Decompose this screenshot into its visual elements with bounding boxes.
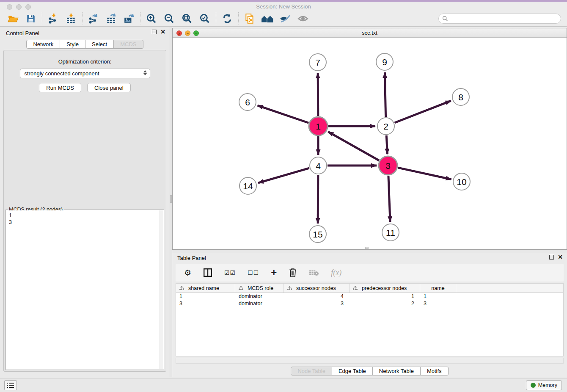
graph-edge-2-8[interactable] — [394, 101, 451, 123]
cell-mcds-role[interactable]: dominator — [235, 300, 284, 307]
table-header-row: shared name MCDS role successor nodes pr… — [176, 284, 563, 293]
cell-name[interactable]: 3 — [420, 300, 456, 307]
frame-resize-handle[interactable] — [365, 247, 369, 249]
houses-icon — [261, 13, 274, 24]
open-session-button[interactable] — [4, 12, 22, 25]
graph-edge-3-11[interactable] — [388, 176, 390, 222]
tab-select[interactable]: Select — [85, 40, 114, 49]
mcds-result-list[interactable]: 1 3 — [6, 210, 160, 369]
table-settings-button[interactable]: ⚙ — [184, 268, 191, 278]
tab-network[interactable]: Network — [26, 40, 60, 49]
graph-edge-4-15[interactable] — [318, 175, 318, 224]
tab-edge-table[interactable]: Edge Table — [332, 367, 373, 375]
graph-node-label-6: 6 — [245, 97, 250, 107]
graph-edge-2-9[interactable] — [385, 72, 385, 117]
control-panel-header: Control Panel ✕ — [0, 27, 170, 39]
hide-selected-button[interactable] — [276, 12, 294, 25]
network-view-window: x – + scc.txt 1234678910111415 — [172, 28, 567, 250]
cell-successor-nodes[interactable]: 4 — [284, 293, 350, 300]
show-columns-button[interactable] — [203, 268, 212, 277]
tab-node-table[interactable]: Node Table — [291, 367, 332, 375]
graph-node-label-4: 4 — [316, 161, 321, 171]
memory-button[interactable]: Memory — [526, 380, 562, 390]
select-all-button[interactable]: ☑☑ — [224, 269, 236, 276]
table-panel-title: Table Panel — [177, 255, 206, 261]
create-column-button[interactable]: + — [271, 268, 277, 277]
graph-edge-1-7[interactable] — [318, 73, 318, 116]
column-type-icon — [287, 286, 292, 290]
tab-mcds[interactable]: MCDS — [114, 40, 143, 49]
column-header-shared-name[interactable]: shared name — [176, 284, 235, 293]
zoom-selected-button[interactable] — [196, 12, 214, 25]
column-header-successor-nodes[interactable]: successor nodes — [284, 284, 350, 293]
column-header-name[interactable]: name — [420, 284, 456, 293]
import-network-button[interactable] — [44, 12, 62, 25]
table-row[interactable]: 1 dominator 4 1 1 — [176, 293, 563, 300]
search-field[interactable] — [438, 14, 561, 24]
column-header-predecessor-nodes[interactable]: predecessor nodes — [350, 284, 420, 293]
zoom-fit-button[interactable] — [178, 12, 196, 25]
zoom-in-button[interactable] — [143, 12, 160, 25]
close-panel-icon[interactable]: ✕ — [160, 30, 165, 34]
fx-icon: f(x) — [331, 268, 341, 277]
save-icon — [26, 14, 36, 24]
task-list-icon — [7, 382, 14, 388]
graph-edge-3-10[interactable] — [398, 168, 451, 179]
trash-icon — [289, 268, 297, 277]
network-window-titlebar[interactable]: x – + scc.txt — [173, 28, 567, 38]
cell-name[interactable]: 1 — [420, 293, 456, 300]
close-table-panel-icon[interactable]: ✕ — [558, 255, 563, 259]
cell-mcds-role[interactable]: dominator — [235, 293, 284, 300]
first-neighbors-button[interactable] — [259, 12, 276, 25]
close-panel-button[interactable]: Close panel — [87, 83, 131, 92]
run-mcds-button[interactable]: Run MCDS — [39, 83, 81, 92]
cell-shared-name[interactable]: 3 — [176, 300, 235, 307]
tab-network-table[interactable]: Network Table — [373, 367, 421, 375]
save-session-button[interactable] — [22, 12, 40, 25]
cell-predecessor-nodes[interactable]: 2 — [350, 300, 420, 307]
status-bar: Memory — [0, 378, 567, 392]
table-toolbar: ⚙ ☑☑ ☐☐ + — [176, 264, 564, 282]
graph-edge-3-1[interactable] — [328, 132, 380, 160]
deselect-all-button[interactable]: ☐☐ — [248, 269, 259, 276]
import-table-button[interactable] — [62, 12, 80, 25]
delete-column-button[interactable] — [289, 268, 297, 277]
graph-edge-2-3[interactable] — [386, 135, 387, 154]
delete-table-button[interactable] — [309, 269, 319, 276]
control-panel: Control Panel ✕ Network Style Select MCD… — [0, 27, 170, 377]
criterion-dropdown[interactable]: strongly connected component — [20, 69, 150, 78]
tab-style[interactable]: Style — [60, 40, 85, 49]
show-all-button[interactable] — [294, 12, 312, 25]
cell-shared-name[interactable]: 1 — [176, 293, 235, 300]
import-network-icon — [48, 13, 59, 24]
table-horizontal-scrollbar[interactable] — [176, 358, 564, 364]
export-table-button[interactable] — [102, 12, 120, 25]
cell-successor-nodes[interactable]: 3 — [284, 300, 350, 307]
graph-node-label-3: 3 — [385, 161, 391, 171]
result-scrollbar[interactable] — [160, 210, 163, 369]
refresh-icon — [222, 13, 233, 24]
network-graph[interactable]: 1234678910111415 — [173, 38, 567, 250]
function-builder-button[interactable]: f(x) — [331, 268, 341, 277]
memory-status-icon — [531, 383, 536, 388]
export-network-button[interactable] — [85, 12, 102, 25]
graph-node-label-8: 8 — [458, 92, 463, 102]
search-input[interactable] — [451, 16, 556, 22]
clone-network-button[interactable] — [241, 12, 259, 25]
column-header-mcds-role[interactable]: MCDS role — [235, 284, 284, 293]
graph-edge-4-14[interactable] — [258, 168, 309, 183]
export-image-button[interactable] — [120, 12, 138, 25]
cell-predecessor-nodes[interactable]: 1 — [350, 293, 420, 300]
tab-motifs[interactable]: Motifs — [421, 367, 449, 375]
zoom-fit-icon — [182, 13, 193, 24]
graph-edge-1-6[interactable] — [258, 105, 309, 123]
task-history-button[interactable] — [4, 380, 17, 390]
float-table-panel-icon[interactable] — [549, 255, 554, 259]
refresh-view-button[interactable] — [218, 12, 236, 25]
float-panel-icon[interactable] — [152, 30, 157, 34]
splitter-handle-icon[interactable] — [170, 195, 172, 203]
network-canvas[interactable]: 1234678910111415 — [173, 38, 567, 249]
toolbar-separator — [216, 12, 216, 25]
zoom-out-button[interactable] — [160, 12, 178, 25]
table-row[interactable]: 3 dominator 3 2 3 — [176, 300, 563, 307]
